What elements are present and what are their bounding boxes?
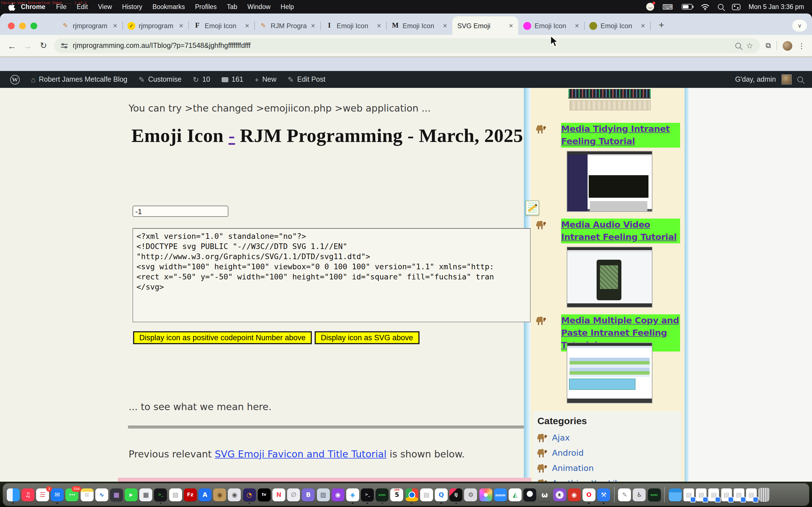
profile-avatar[interactable]	[783, 41, 792, 50]
messages-icon[interactable]: ⋯ 204	[66, 488, 79, 501]
category-link[interactable]: Anything You Like	[552, 479, 624, 482]
dock-divider-2-icon[interactable]	[665, 487, 665, 502]
menubar-menu-item[interactable]: View	[93, 3, 117, 10]
pixelmator-icon[interactable]	[479, 488, 492, 501]
tab-close-icon[interactable]: ×	[641, 22, 645, 29]
facetime-icon[interactable]: ▶	[124, 488, 138, 501]
wp-greeting[interactable]: G'day, admin	[735, 75, 776, 83]
stacked-document-3-icon[interactable]: ▤	[709, 488, 719, 501]
exec-terminal-icon[interactable]: exec	[376, 488, 389, 501]
trash-icon[interactable]	[758, 488, 770, 502]
new-tab-button[interactable]: +	[655, 18, 668, 32]
textedit-icon[interactable]: ▤	[169, 488, 182, 501]
category-link[interactable]: Animation	[552, 464, 594, 473]
quicktime-icon[interactable]: Q	[435, 488, 448, 501]
tab-close-icon[interactable]: ×	[443, 22, 447, 29]
extensions-icon[interactable]: ⧉	[765, 41, 771, 50]
back-button[interactable]: ←	[7, 41, 17, 50]
menubar-menu-item[interactable]: Tab	[221, 3, 242, 10]
menubar-clock[interactable]: Mon 5 Jan 3:36 pm	[749, 3, 804, 10]
stacked-document-6-icon[interactable]: ▤	[746, 488, 757, 501]
tutorial-thumbnail[interactable]	[567, 247, 652, 307]
mail-icon[interactable]: ✉	[51, 488, 64, 501]
display-codepoint-button[interactable]: Display icon as positive codepoint Numbe…	[133, 331, 312, 344]
terminal-icon[interactable]: >_	[154, 488, 167, 501]
keyboard-icon[interactable]: ⌨	[663, 3, 673, 11]
wifi-icon[interactable]	[701, 4, 709, 10]
control-center-icon[interactable]	[732, 4, 740, 10]
wp-comments-menu[interactable]: 161	[216, 71, 249, 88]
filezilla-icon[interactable]: Fz	[184, 488, 197, 501]
system-settings-icon[interactable]: ⚙	[464, 488, 477, 501]
zoom-window-button[interactable]	[31, 22, 37, 29]
menubar-menu-item[interactable]: Profiles	[190, 3, 222, 10]
news-icon[interactable]: N	[272, 488, 285, 501]
wp-site-menu[interactable]: ⌂ Robert James Metcalfe Blog	[26, 71, 133, 88]
reminders-icon[interactable]: ☰ 3	[36, 488, 49, 501]
menubar-menu-item[interactable]: Window	[243, 3, 276, 10]
forward-button[interactable]: →	[22, 41, 33, 50]
category-link[interactable]: Ajax	[552, 433, 570, 442]
browser-tab[interactable]: F Emoji Icon ×	[188, 16, 254, 35]
address-bar[interactable]: rjmprogramming.com.au/ITblog/?p=71548&jg…	[54, 38, 760, 53]
minimize-window-button[interactable]	[19, 22, 26, 29]
browser-menu-icon[interactable]: ⋮	[798, 41, 805, 50]
photo-booth-icon[interactable]: ◉	[228, 488, 241, 501]
wp-logo-menu[interactable]: W	[4, 71, 26, 88]
accessibility-icon[interactable]: ♿	[633, 488, 646, 501]
chrome-icon[interactable]	[405, 488, 418, 501]
wp-updates-menu[interactable]: ↻ 10	[187, 71, 216, 88]
apple-tv-icon[interactable]: tv	[258, 488, 271, 501]
maps-icon[interactable]: ◭	[509, 488, 522, 501]
browser-tab[interactable]: SVG Emoji ×	[452, 16, 518, 35]
zoom-page-icon[interactable]	[735, 43, 741, 48]
github-desktop-icon[interactable]	[523, 488, 536, 501]
display-svg-button[interactable]: Display icon as SVG above	[315, 331, 419, 344]
browser-tab[interactable]: I Emoji Icon ×	[320, 16, 386, 35]
embedded-screenshot[interactable]: Firefox FileEditViewHistoryBookmarksTool…	[118, 478, 531, 482]
battery-icon[interactable]	[681, 4, 692, 10]
iphone-mirroring-icon[interactable]: ▦	[140, 488, 153, 501]
tab-close-icon[interactable]: ×	[245, 22, 249, 29]
launchpad-icon[interactable]: ▦	[110, 488, 123, 501]
browser-tab[interactable]: Emoji Icon ×	[584, 16, 650, 35]
stacked-document-4-icon[interactable]: ▤	[721, 488, 732, 501]
zoom-icon[interactable]: zoom	[494, 488, 507, 501]
terminal-2-icon[interactable]: >_	[361, 488, 374, 501]
reload-button[interactable]: ↻	[38, 41, 49, 51]
tab-search-chevron-button[interactable]: ∨	[792, 20, 807, 32]
firefox-icon[interactable]: ◔	[243, 488, 256, 501]
tab-close-icon[interactable]: ×	[311, 22, 315, 29]
app-store-icon[interactable]: A	[199, 488, 211, 501]
tab-close-icon[interactable]: ×	[377, 22, 381, 29]
downloads-folder-icon[interactable]	[669, 488, 682, 501]
opera-icon[interactable]: O	[582, 488, 596, 501]
category-link[interactable]: Android	[552, 448, 583, 457]
preview-icon[interactable]: ∿	[95, 488, 108, 501]
xcode-icon[interactable]: ⚒	[597, 488, 610, 501]
tab-close-icon[interactable]: ×	[113, 22, 117, 29]
document-icon[interactable]: ▤	[420, 488, 433, 501]
stacked-document-2-icon[interactable]: ▤	[696, 488, 707, 501]
tutorial-link[interactable]: Media Tidying Intranet Feeling Tutorial	[561, 123, 680, 148]
calendar-icon[interactable]: JAN 5	[391, 488, 403, 501]
edit-post-memo-icon[interactable]	[525, 201, 539, 215]
intellij-idea-icon[interactable]: IJ	[449, 488, 462, 501]
menubar-menu-item[interactable]: Help	[275, 3, 299, 10]
dial-red-icon[interactable]: ◉	[567, 488, 580, 501]
tutorial-thumbnail[interactable]	[567, 151, 652, 212]
stacked-document-5-icon[interactable]: ▤	[733, 488, 744, 501]
screen-time-icon[interactable]: ∅	[287, 488, 300, 501]
previous-tutorial-link[interactable]: SVG Emoji Favicon and Title Tutorial	[215, 448, 387, 460]
browser-tab[interactable]: ✎ rjmprogram ×	[56, 16, 122, 35]
tab-close-icon[interactable]: ×	[509, 22, 513, 29]
tutorial-thumbnail[interactable]	[567, 342, 652, 403]
screenshot-app-icon[interactable]: ▨	[317, 488, 329, 501]
dock-divider-icon[interactable]	[614, 487, 614, 502]
browser-tab[interactable]: M Emoji Icon ×	[386, 16, 452, 35]
url-text[interactable]: rjmprogramming.com.au/ITblog/?p=71548&jg…	[73, 42, 730, 50]
memoji-status-icon[interactable]	[646, 3, 654, 11]
bookmark-star-icon[interactable]: ☆	[746, 41, 753, 50]
browser-tab[interactable]: Emoji Icon ×	[518, 16, 584, 35]
wp-admin-avatar[interactable]	[781, 74, 792, 84]
